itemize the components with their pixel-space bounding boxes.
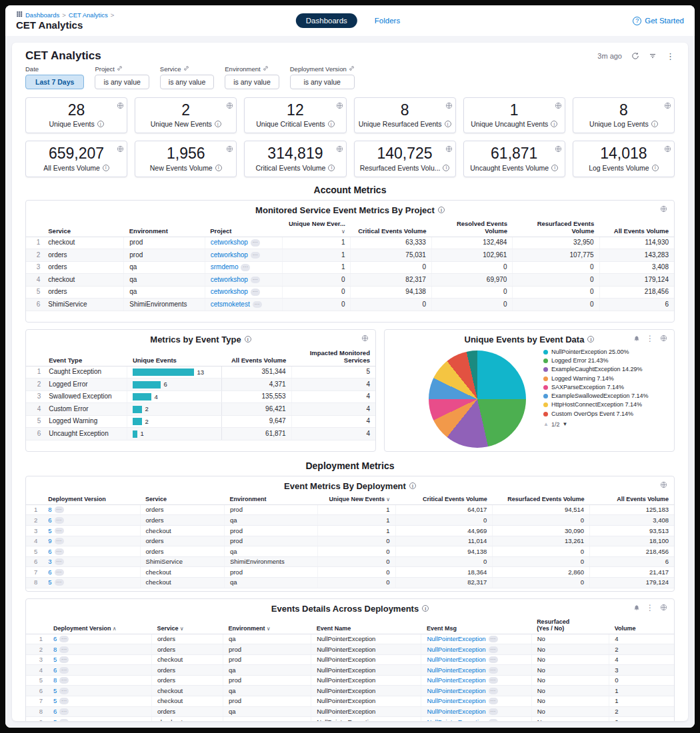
cell-menu-icon[interactable]: ··· — [251, 289, 260, 295]
explore-icon[interactable] — [361, 335, 369, 342]
cell-menu-icon[interactable]: ··· — [59, 636, 69, 642]
cell-menu-icon[interactable]: ··· — [59, 667, 69, 674]
pie-chart[interactable] — [429, 351, 526, 448]
info-icon[interactable]: i — [215, 121, 221, 127]
cell-link[interactable]: 5 — [48, 527, 51, 534]
cell-menu-icon[interactable]: ··· — [489, 636, 498, 642]
column-header[interactable]: Unique New Ever... ∨ — [283, 218, 351, 237]
cell-link[interactable]: NullPointerException — [427, 666, 485, 674]
cell-link[interactable]: 5 — [53, 697, 57, 704]
info-icon[interactable]: i — [103, 165, 109, 171]
explore-icon[interactable] — [336, 100, 343, 112]
cell-link[interactable]: cetsmoketest — [211, 301, 250, 308]
column-header[interactable]: Event Type — [43, 347, 127, 366]
legend-item[interactable]: ExampleCaughtException 14.29% — [543, 366, 650, 373]
cell-menu-icon[interactable]: ··· — [55, 569, 64, 576]
info-icon[interactable]: i — [409, 482, 416, 489]
filter-value[interactable]: is any value — [225, 75, 279, 89]
column-header[interactable]: Service ∨ — [152, 616, 223, 634]
legend-item[interactable]: Custom OverOps Event 7.14% — [543, 410, 650, 418]
explore-icon[interactable] — [660, 335, 667, 342]
column-header[interactable]: All Events Volume — [221, 347, 291, 366]
column-header[interactable]: Project — [205, 218, 283, 237]
cell-menu-icon[interactable]: ··· — [59, 719, 69, 721]
cell-menu-icon[interactable]: ··· — [489, 667, 498, 674]
cell-menu-icon[interactable]: ··· — [241, 264, 250, 271]
column-header[interactable]: Resurfaced Events Volume — [493, 494, 590, 505]
cell-menu-icon[interactable]: ··· — [55, 517, 64, 524]
card-menu-icon[interactable]: ⋮ — [646, 335, 654, 343]
explore-icon[interactable] — [226, 143, 233, 155]
info-icon[interactable]: i — [245, 336, 251, 343]
filter-value[interactable]: is any value — [290, 75, 355, 89]
cell-menu-icon[interactable]: ··· — [489, 677, 498, 684]
cell-menu-icon[interactable]: ··· — [55, 506, 64, 513]
column-header[interactable]: Deployment Version ∧ — [48, 616, 152, 634]
kebab-menu-icon[interactable]: ⋮ — [666, 52, 675, 61]
cell-menu-icon[interactable]: ··· — [55, 579, 64, 586]
cell-link[interactable]: 6 — [53, 635, 57, 642]
cell-link[interactable]: 6 — [53, 708, 57, 715]
cell-link[interactable]: 8 — [53, 646, 57, 653]
cell-menu-icon[interactable]: ··· — [489, 656, 498, 663]
legend-item[interactable]: HttpHostConnectException 7.14% — [543, 401, 650, 408]
cell-link[interactable]: cetworkshop — [211, 276, 248, 283]
column-header[interactable]: Critical Events Volume — [395, 494, 493, 505]
column-header[interactable]: Event Msg — [421, 616, 531, 634]
explore-icon[interactable] — [226, 100, 233, 112]
cell-link[interactable]: cetworkshop — [211, 288, 248, 295]
tab-dashboards[interactable]: Dashboards — [296, 13, 357, 28]
column-header[interactable]: Service — [43, 218, 124, 237]
cell-link[interactable]: 6 — [48, 548, 51, 555]
cell-menu-icon[interactable]: ··· — [59, 688, 69, 694]
column-header[interactable]: Service — [140, 494, 224, 505]
info-icon[interactable]: i — [551, 165, 558, 171]
info-icon[interactable]: i — [587, 336, 594, 343]
cell-menu-icon[interactable]: ··· — [251, 239, 260, 246]
column-header[interactable]: Event Name — [311, 616, 421, 634]
column-header[interactable]: Critical Events Volume — [351, 218, 432, 237]
cell-menu-icon[interactable]: ··· — [489, 708, 498, 715]
explore-icon[interactable] — [555, 100, 562, 112]
info-icon[interactable]: i — [328, 165, 335, 171]
legend-page-down-icon[interactable]: ▼ — [562, 421, 567, 427]
column-header[interactable]: All Events Volume — [599, 218, 674, 237]
explore-icon[interactable] — [336, 143, 343, 155]
explore-icon[interactable] — [445, 100, 453, 112]
cell-link[interactable]: 6 — [48, 568, 51, 576]
cell-menu-icon[interactable]: ··· — [251, 277, 260, 283]
cell-menu-icon[interactable]: ··· — [59, 656, 69, 663]
info-icon[interactable]: i — [445, 121, 451, 127]
column-header[interactable]: Volume — [609, 616, 674, 634]
cell-link[interactable]: 6 — [53, 666, 57, 674]
cell-menu-icon[interactable]: ··· — [489, 719, 498, 721]
cell-link[interactable]: 5 — [53, 687, 57, 694]
column-header[interactable]: Impacted Monitored Services — [291, 347, 375, 366]
column-header[interactable]: Environment — [224, 494, 317, 505]
column-header[interactable]: Unique New Events ∨ — [317, 494, 395, 505]
filter-value[interactable]: is any value — [95, 75, 149, 89]
explore-icon[interactable] — [664, 100, 671, 112]
legend-item[interactable]: SAXParseException 7.14% — [543, 384, 650, 391]
cell-link[interactable]: 8 — [53, 676, 57, 684]
column-header[interactable]: Environment ∨ — [223, 616, 311, 634]
info-icon[interactable]: i — [652, 165, 659, 171]
refresh-icon[interactable] — [631, 52, 639, 60]
cell-link[interactable]: NullPointerException — [427, 708, 485, 715]
cell-link[interactable]: cetworkshop — [211, 251, 248, 259]
column-header[interactable]: All Events Volume — [590, 494, 674, 505]
explore-icon[interactable] — [660, 205, 667, 213]
filter-icon[interactable] — [649, 52, 657, 60]
cell-link[interactable]: NullPointerException — [427, 656, 485, 663]
explore-icon[interactable] — [117, 143, 124, 155]
info-icon[interactable]: i — [97, 121, 104, 127]
cell-menu-icon[interactable]: ··· — [59, 698, 69, 704]
explore-icon[interactable] — [664, 143, 671, 155]
cell-menu-icon[interactable]: ··· — [59, 708, 69, 715]
cell-menu-icon[interactable]: ··· — [59, 677, 69, 684]
cell-link[interactable]: 8 — [48, 506, 51, 513]
tab-folders[interactable]: Folders — [371, 16, 404, 25]
cell-link[interactable]: 9 — [48, 537, 51, 544]
cell-link[interactable]: 6 — [48, 516, 51, 524]
column-header[interactable]: Resurfaced (Yes / No) — [531, 616, 609, 634]
